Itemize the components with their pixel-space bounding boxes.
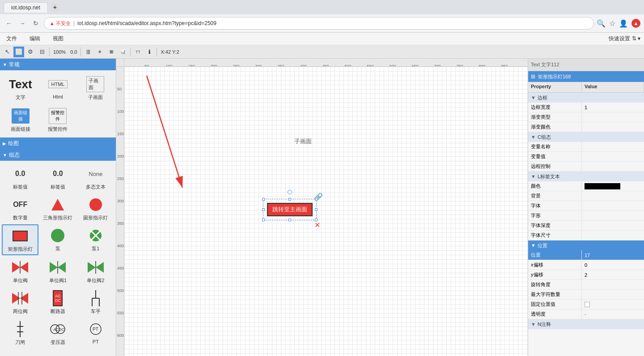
reload-button[interactable]: ↻ <box>30 18 41 29</box>
valve2-icon-container <box>49 258 67 276</box>
prop-val-fixed-pos[interactable] <box>582 300 644 309</box>
toolbar-bar-chart-btn[interactable]: 📊 <box>118 47 128 57</box>
prop-val-border-width[interactable]: 1 <box>582 103 644 112</box>
prop-val-gradient-color[interactable] <box>582 122 644 132</box>
search-icon[interactable]: 🔍 <box>597 19 606 28</box>
sidebar-item-two-valve[interactable]: 两位阀 <box>2 287 38 317</box>
link-button[interactable]: 跳转至主画面 <box>267 203 313 216</box>
prop-val-font[interactable] <box>582 201 644 210</box>
prop-section-position[interactable]: ▼ 位置 <box>528 240 644 250</box>
prop-val-font-weight[interactable] <box>582 221 644 230</box>
sidebar-item-rect[interactable]: 矩形指示灯 <box>2 224 38 255</box>
sidebar-item-text[interactable]: Text 文字 <box>3 73 38 103</box>
prop-val-position[interactable]: 17 <box>582 250 644 260</box>
sidebar-item-triangle[interactable]: 三角形指示灯 <box>39 193 76 223</box>
sidebar-item-valve3[interactable]: 单位阀2 <box>77 256 114 286</box>
active-tab[interactable]: iot.idosp.net <box>4 2 48 13</box>
sidebar-item-transformer[interactable]: AC DC 变压器 <box>39 318 76 348</box>
sidebar-item-multitext[interactable]: None 多态文本 <box>77 163 114 193</box>
prop-val-rotation[interactable] <box>582 280 644 289</box>
subscreen-label: 子画面 <box>88 94 103 101</box>
toolbar-minus-btn[interactable]: ⊟ <box>37 47 47 57</box>
menu-file[interactable]: 文件 <box>4 34 20 43</box>
prop-name-gradient-color: 渐变颜色 <box>528 122 582 132</box>
sidebar-item-alarm[interactable]: 报警控件 报警控件 <box>40 105 76 135</box>
prop-val-var-name[interactable] <box>582 142 644 151</box>
sidebar-item-carhand[interactable]: 车手 <box>77 287 114 317</box>
toolbar-align-btn1[interactable]: ||| <box>83 47 93 57</box>
handle-tm[interactable] <box>288 198 291 201</box>
sidebar-item-valve1[interactable]: 单位阀 <box>2 256 38 286</box>
handle-bm[interactable] <box>288 219 291 221</box>
prop-val-opacity[interactable]: · <box>582 309 644 319</box>
sidebar-item-pump1[interactable]: 泵 <box>39 224 76 255</box>
sidebar-item-tagval2[interactable]: 0.0 标签值 <box>39 163 76 193</box>
toolbar-align-btn2[interactable]: ≡ <box>94 47 105 57</box>
prop-val-remote-ctrl[interactable] <box>582 162 644 171</box>
ruler-h-600: 600 <box>389 64 396 67</box>
prop-val-max-chars[interactable] <box>582 290 644 299</box>
bookmark-icon[interactable]: ☆ <box>609 19 615 28</box>
notes-section-label: N注释 <box>538 321 551 328</box>
new-tab-btn[interactable]: + <box>51 3 59 12</box>
prop-val-font-style[interactable] <box>582 211 644 220</box>
prop-row-position[interactable]: 位置 17 <box>528 250 644 260</box>
menu-edit[interactable]: 编辑 <box>27 34 43 43</box>
prop-section-config[interactable]: ▼ C组态 <box>528 132 644 142</box>
properties-table: Property Value ▼ 边框 边框宽度 1 渐变类型 渐变颜色 <box>528 82 644 356</box>
sidebar-item-breaker[interactable]: ACDC 断路器 <box>39 287 76 317</box>
sidebar-item-knife[interactable]: 刀闸 <box>2 318 38 348</box>
handle-tl[interactable] <box>262 198 265 201</box>
canvas-area[interactable]: 50 100 150 200 250 300 350 400 450 500 5… <box>116 59 528 356</box>
sidebar-item-pump2[interactable]: 泵1 <box>77 224 114 255</box>
sidebar-item-subscreen[interactable]: 子画面 子画面 <box>77 73 113 103</box>
pt-label: PT <box>93 339 99 344</box>
handle-mr[interactable] <box>315 208 318 211</box>
quick-settings[interactable]: 快速设置 ⇅ ▾ <box>609 35 640 43</box>
selected-element-group[interactable]: 🔗 跳转至主画 <box>263 199 317 220</box>
prop-section-border[interactable]: ▼ 边框 <box>528 93 644 103</box>
delete-handle[interactable]: ✕ <box>314 221 320 229</box>
prop-name-y-offset: y偏移 <box>528 270 582 279</box>
prop-val-var-val[interactable] <box>582 152 644 161</box>
handle-ml[interactable] <box>262 208 265 211</box>
rotate-handle[interactable] <box>288 190 292 194</box>
toolbar-select-btn[interactable]: ↖ <box>2 47 13 57</box>
prop-section-label-text[interactable]: ▼ L标签文本 <box>528 172 644 181</box>
sidebar-item-html[interactable]: HTML Html <box>40 73 76 103</box>
prop-section-notes[interactable]: ▼ N注释 <box>528 319 644 329</box>
forward-button[interactable]: → <box>17 18 28 29</box>
account-icon[interactable]: 👤 <box>619 19 628 28</box>
back-button[interactable]: ← <box>4 18 14 29</box>
prop-name-var-name: 变量名称 <box>528 142 582 151</box>
prop-val-color[interactable] <box>582 181 644 191</box>
svg-marker-14 <box>20 293 28 304</box>
handle-bl[interactable] <box>262 219 265 221</box>
menu-view[interactable]: 视图 <box>50 34 66 43</box>
toolbar: ↖ ⬜ ⚙ ⊟ 100% 0.0 ||| ≡ ⊞ 📊 TT ℹ X:42 Y:2 <box>0 45 644 59</box>
address-bar[interactable]: ▲ 不安全 | iot.idosp.net/html/scada/editor.… <box>44 17 594 30</box>
toolbar-info-btn[interactable]: ℹ <box>144 47 155 57</box>
prop-val-gradient-type[interactable] <box>582 112 644 122</box>
canvas-content[interactable]: 子画面 🔗 <box>124 67 528 356</box>
fixed-pos-checkbox[interactable] <box>585 302 590 307</box>
toolbar-align-btn3[interactable]: ⊞ <box>106 47 117 57</box>
prop-val-font-size[interactable] <box>582 231 644 240</box>
sidebar-item-screen-link[interactable]: 画面链接 画面链接 <box>3 105 38 135</box>
toolbar-settings-btn[interactable]: ⚙ <box>25 47 36 57</box>
sidebar-item-valve2[interactable]: 单位阀1 <box>39 256 76 286</box>
sidebar-section-drawing[interactable]: ▶ 绘图 <box>0 137 116 149</box>
update-icon[interactable]: ▲ <box>631 19 640 28</box>
sidebar-item-circle[interactable]: 圆形指示灯 <box>77 193 114 223</box>
sidebar-section-general[interactable]: ▼ 常规 <box>0 59 116 70</box>
prop-val-x-offset[interactable]: 0 <box>582 260 644 270</box>
sidebar-item-digital[interactable]: OFF 数字量 <box>2 193 38 223</box>
sidebar-item-pt[interactable]: PT PT <box>77 318 114 348</box>
prop-val-y-offset[interactable]: 2 <box>582 270 644 279</box>
toolbar-text-btn[interactable]: TT <box>132 47 143 57</box>
sidebar-item-tagval1[interactable]: 0.0 标签值 <box>2 163 38 193</box>
prop-val-bg[interactable] <box>582 191 644 201</box>
sidebar-section-component[interactable]: ▼ 组态 <box>0 149 116 161</box>
toolbar-rect-btn[interactable]: ⬜ <box>13 47 24 57</box>
link-handle[interactable]: 🔗 <box>314 193 323 201</box>
